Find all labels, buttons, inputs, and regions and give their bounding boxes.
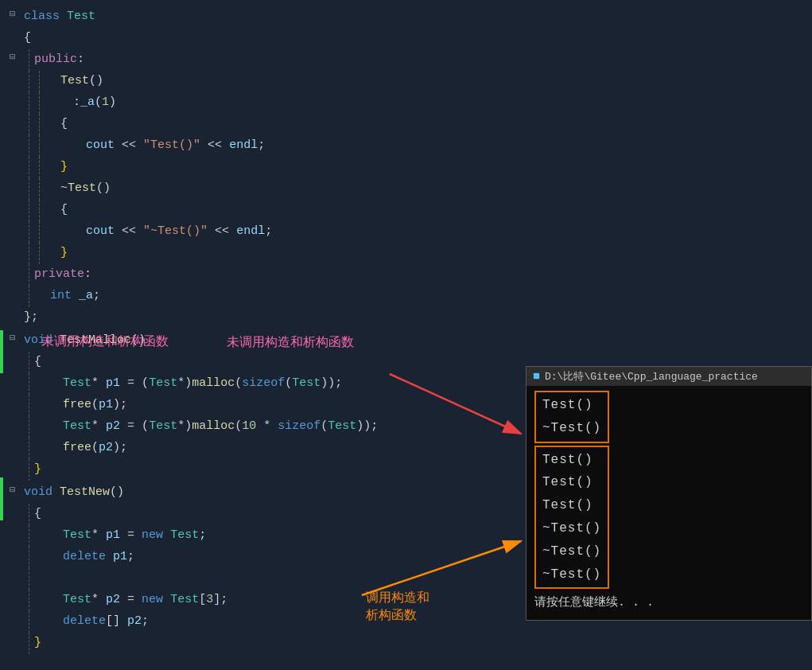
output-line-test2-3: Test()	[542, 494, 601, 517]
code-line-9: ~Test()	[6, 178, 812, 200]
code-line-8: }	[6, 157, 812, 178]
code-line-1: ⊟ class Test	[6, 6, 812, 28]
code-line-7: cout << "Test()" << endl;	[6, 135, 812, 157]
green-bar-new	[0, 477, 3, 520]
output-line-test2-2: Test()	[542, 471, 601, 494]
output-line-dtor2-2: ~Test()	[542, 540, 601, 563]
output-line-test1: Test()	[542, 394, 601, 417]
output-group-2-border: Test() Test() Test() ~Test() ~Test() ~Te…	[534, 446, 609, 590]
terminal-title: D:\比特\Gitee\Cpp_language_practice	[545, 369, 758, 384]
code-line-13: private:	[6, 264, 812, 286]
terminal-window: ■ D:\比特\Gitee\Cpp_language_practice Test…	[526, 366, 812, 621]
code-line-14: int _a;	[6, 286, 812, 307]
code-line-5: :_a(1)	[6, 92, 812, 114]
output-line-dtor2-1: ~Test()	[542, 517, 601, 540]
terminal-icon: ■	[533, 370, 540, 384]
code-line-4: Test()	[6, 71, 812, 92]
output-line-test2-1: Test()	[542, 449, 601, 472]
fold-new[interactable]: ⊟	[10, 482, 22, 498]
annotation-calls-ctor-label: 调用构造和析构函数	[366, 589, 429, 625]
code-line-11: cout << "~Test()" << endl;	[6, 221, 812, 243]
fold-class[interactable]: ⊟	[10, 6, 22, 22]
terminal-body: Test() ~Test() Test() Test() Test() ~Tes…	[526, 386, 811, 620]
annotation-no-ctor: 未调用构造和析构函数	[41, 330, 169, 352]
code-line-30: }	[6, 633, 812, 654]
code-line-2: {	[6, 28, 812, 49]
vert-line	[29, 49, 29, 71]
code-line-15: };	[6, 307, 812, 329]
output-group-1-border: Test() ~Test()	[534, 391, 609, 443]
output-line-dtor2-3: ~Test()	[542, 563, 601, 586]
output-line-dtor1: ~Test()	[542, 417, 601, 440]
output-group-1-box: Test() ~Test()	[534, 391, 609, 446]
fold-malloc[interactable]: ⊟	[10, 330, 22, 346]
code-line-12: }	[6, 243, 812, 264]
code-line-16: ⊟ void TestMalloc() 未调用构造和析构函数	[6, 330, 812, 352]
output-group-2-box: Test() Test() Test() ~Test() ~Test() ~Te…	[534, 446, 609, 590]
annotation-no-ctor-label: 未调用构造和析构函数	[227, 334, 354, 351]
code-line-6: {	[6, 114, 812, 135]
code-line-10: {	[6, 200, 812, 221]
terminal-prompt: 请按任意键继续. . .	[534, 592, 803, 614]
fold-public[interactable]: ⊟	[10, 49, 22, 65]
terminal-titlebar: ■ D:\比特\Gitee\Cpp_language_practice	[526, 367, 811, 386]
green-bar-malloc	[0, 330, 3, 373]
code-line-3: ⊟ public:	[6, 49, 812, 71]
